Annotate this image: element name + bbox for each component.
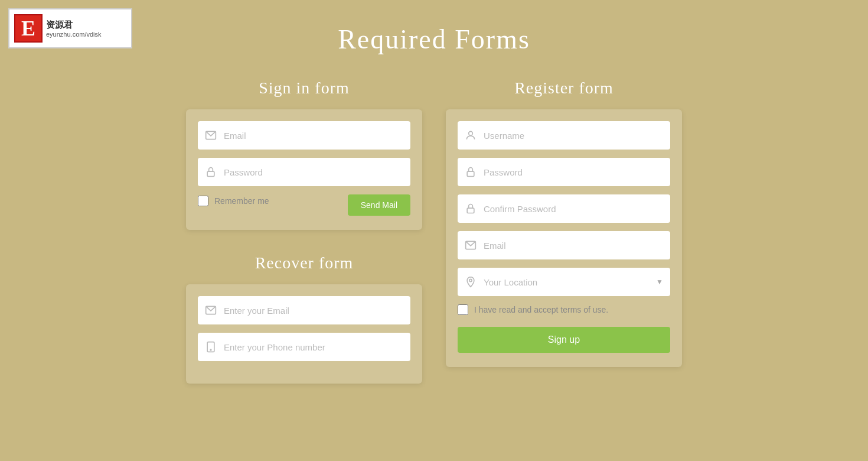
remember-me-row: Remember me	[198, 196, 269, 206]
svg-point-9	[469, 279, 472, 281]
recover-email-input[interactable]	[224, 306, 410, 316]
recover-phone-icon	[198, 341, 224, 353]
svg-point-4	[210, 349, 211, 350]
sign-in-password-input[interactable]	[224, 167, 410, 177]
register-title: Register form	[446, 79, 682, 98]
recover-email-icon	[198, 304, 224, 316]
right-column: Register form	[446, 79, 682, 391]
remember-me-checkbox[interactable]	[198, 196, 208, 206]
register-email-row	[458, 231, 670, 259]
register-location-row: Your Location United States United Kingd…	[458, 268, 670, 296]
sign-in-email-input[interactable]	[224, 131, 410, 141]
register-email-icon	[458, 239, 484, 251]
send-mail-button[interactable]: Send Mail	[348, 194, 410, 216]
password-icon	[198, 166, 224, 178]
logo: E 资源君 eyunzhu.com/vdisk	[8, 8, 132, 48]
recover-title: Recover form	[186, 254, 422, 272]
svg-rect-1	[207, 171, 214, 176]
recover-phone-input[interactable]	[224, 342, 410, 352]
register-confirm-password-row	[458, 194, 670, 223]
email-icon	[198, 129, 224, 141]
sign-in-card: Remember me Send Mail	[186, 109, 422, 230]
sign-in-email-row	[198, 121, 410, 150]
logo-chinese: 资源君	[46, 20, 102, 31]
terms-checkbox[interactable]	[458, 304, 468, 315]
location-icon	[458, 276, 484, 288]
register-email-input[interactable]	[484, 241, 670, 251]
forms-container: Sign in form	[0, 79, 868, 407]
register-username-row	[458, 121, 670, 150]
recover-email-row	[198, 296, 410, 324]
chevron-down-icon: ▼	[649, 278, 670, 286]
remember-me-label: Remember me	[214, 196, 269, 206]
logo-letter: E	[14, 14, 43, 43]
left-column: Sign in form	[186, 79, 422, 407]
sign-in-title: Sign in form	[186, 79, 422, 98]
register-username-input[interactable]	[484, 131, 670, 141]
recover-card	[186, 284, 422, 384]
sign-in-bottom-row: Remember me Send Mail	[198, 194, 410, 216]
register-location-select[interactable]: Your Location United States United Kingd…	[484, 277, 649, 287]
terms-label: I have read and accept terms of use.	[474, 305, 608, 314]
register-card: Your Location United States United Kingd…	[446, 109, 682, 367]
register-password-input[interactable]	[484, 167, 670, 177]
terms-row: I have read and accept terms of use.	[458, 304, 670, 315]
register-password-row	[458, 158, 670, 186]
svg-rect-6	[467, 171, 474, 176]
recover-phone-row	[198, 333, 410, 361]
confirm-password-icon	[458, 203, 484, 215]
username-icon	[458, 129, 484, 141]
signup-button[interactable]: Sign up	[458, 327, 670, 353]
register-confirm-password-input[interactable]	[484, 204, 670, 214]
svg-point-5	[469, 131, 473, 135]
register-password-icon	[458, 166, 484, 178]
sign-in-password-row	[198, 158, 410, 186]
logo-url: eyunzhu.com/vdisk	[46, 31, 102, 38]
svg-rect-7	[467, 208, 474, 213]
